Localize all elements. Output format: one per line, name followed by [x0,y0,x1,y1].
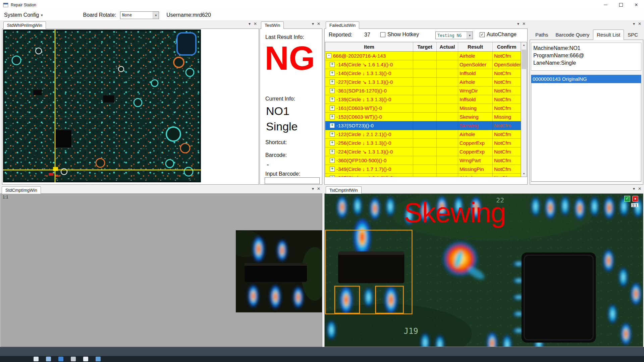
taskbar-icon[interactable] [46,357,51,361]
expand-icon[interactable]: + [330,140,335,145]
expand-icon[interactable]: + [330,114,335,119]
expand-icon[interactable]: + [330,88,335,93]
close-icon[interactable]: ✕ [317,22,320,26]
result-filter-select[interactable]: Testing NG ▾ [435,32,473,39]
taskbar-icon[interactable] [58,357,63,361]
expand-icon[interactable]: + [330,62,335,67]
expand-icon[interactable]: + [330,175,335,177]
expand-icon[interactable]: + [330,97,335,102]
scroll-down-icon[interactable]: ▼ [521,171,527,177]
taskbar-icon[interactable] [34,357,39,361]
column-header-confirm[interactable]: Confirm [493,42,521,51]
panel-header: StdWhlPnlImgWin ▾ ✕ [2,20,259,28]
inspected-component-body [338,251,405,283]
failed-row[interactable]: +-349(Circle ↓ 1.7 1.7)()-0MissingPinNot… [325,165,521,174]
failed-list-body: Reported: 37 Show Hotkey Testing NG ▾ ✓ … [324,28,528,185]
expand-icon[interactable]: + [330,123,335,128]
failed-row[interactable]: +-360(QFP100-500)()-0WrngPartNotCfm [325,156,521,165]
dropdown-arrow-icon[interactable]: ▾ [153,12,159,19]
tab-result-list[interactable]: Result List [593,29,624,40]
expand-icon[interactable]: + [330,167,335,172]
failed-row[interactable]: +-161(C0603-WT)()-0MissingNotCfm [325,104,521,113]
autochange-checkbox[interactable]: ✓ AutoChange [480,32,517,38]
window-position-icon[interactable]: ▾ [633,22,635,26]
column-header-actual[interactable]: Actual [437,42,458,51]
failed-row[interactable]: +-307(Circle ↘ 1.3 1.3)()-0AirholeNotCfm [325,174,521,177]
board-rotate-select[interactable]: None ▾ [120,11,159,19]
column-header-result[interactable]: Result [458,42,493,51]
vertical-scrollbar[interactable]: ▲ ▼ [521,42,527,177]
repair-station-window: Repair Station ✕ System Config ▾ Board R… [0,0,644,362]
window-position-icon[interactable]: ▾ [312,187,314,191]
cell-target [413,86,437,95]
test-win-body: Last Result Info: NG Current Info: NO1 S… [260,28,322,185]
system-config-menu[interactable]: System Config ▾ [0,10,46,20]
window-position-icon[interactable]: ▾ [312,22,314,26]
barcode-value: - [267,161,269,169]
failed-row[interactable]: +-227(Circle ↘ 1.3 1.3)()-0AirholeNotCfm [325,78,521,86]
panel-tst-cmpt-inf: TstCmptInfWin ▾ ✕ Skewing ✓ ● 1:1 J19 22 [324,185,643,347]
close-button[interactable]: ✕ [629,0,644,10]
failed-row[interactable]: +-152(C0603-WT)()-0SkewingMissing [325,113,521,121]
checkbox-icon[interactable] [380,32,385,37]
scroll-up-icon[interactable]: ▲ [521,42,527,48]
window-position-icon[interactable]: ▾ [517,22,519,26]
panel-tab-stdwhlpnlimgwin[interactable]: StdWhlPnlImgWin [3,21,46,29]
failed-row[interactable]: +-137(SOT23)()-0SkewingNotCfm [325,121,521,130]
cell-actual [437,52,458,60]
panel-tab-stdcmptimgwin[interactable]: StdCmptImgWin [2,186,41,194]
taskbar-icon[interactable] [71,357,76,361]
scrollbar-thumb[interactable] [522,50,526,69]
close-icon[interactable]: ✕ [317,187,320,191]
expand-icon[interactable]: + [330,132,335,137]
close-icon[interactable]: ✕ [638,187,641,191]
result-list-item[interactable]: 0000000143 OriginalNG [531,75,641,83]
tab-spc[interactable]: SPC [624,29,642,40]
taskbar-icon[interactable] [96,357,101,361]
failed-row[interactable]: +-122(Circle ↓ 2.1 2.1)()-0AirholeNotCfm [325,130,521,139]
taskbar-icon[interactable] [83,357,88,361]
result-listbox[interactable]: 0000000143 OriginalNG [531,75,641,182]
tab-barcode-query[interactable]: Barcode Query [552,29,593,40]
ng-flag-icon[interactable]: ● [632,196,638,202]
failed-row[interactable]: +-139(Circle ↓ 1.3 1.3)()-0InffsoldNotCf… [325,95,521,104]
failed-row[interactable]: +-361(SOP16-1270)()-0WrngDirNotCfm [325,86,521,95]
panel-tab-tstcmptinfwin[interactable]: TstCmptInfWin [326,186,362,194]
close-icon[interactable]: ✕ [522,22,526,26]
failed-row[interactable]: +-140(Circle ↓ 1.3 1.3)()-0InffsoldNotCf… [325,69,521,78]
column-header-item[interactable]: Item [325,42,413,51]
show-hotkey-checkbox[interactable]: Show Hotkey [380,32,419,38]
expand-icon[interactable]: + [330,71,335,76]
confirm-check-icon[interactable]: ✓ [624,196,630,202]
column-header-target[interactable]: Target [413,42,437,51]
failed-row[interactable]: +-145(Circle ↘ 1.6 1.4)()-0OpenSolderOpe… [325,60,521,69]
window-position-icon[interactable]: ▾ [249,22,251,26]
dropdown-arrow-icon[interactable]: ▾ [467,32,473,39]
panel-tab-testwin[interactable]: TestWin [261,21,284,29]
reference-thermal-image[interactable] [236,230,322,312]
cell-item: +-140(Circle ↓ 1.3 1.3)()-0 [325,69,413,77]
close-icon[interactable]: ✕ [638,22,641,26]
checkbox-icon[interactable]: ✓ [480,32,485,37]
panel-header: FailedListWin ▾ ✕ [324,20,528,28]
board-image[interactable] [3,29,201,182]
panel-std-cmpt-img: StdCmptImgWin ▾ ✕ 1:1 [0,185,322,347]
tab-paths[interactable]: Paths [532,29,552,40]
input-barcode-field[interactable] [265,177,320,184]
failed-rows: -666@-20220716-A-143AirholeNotCfm+-145(C… [325,52,521,177]
maximize-button[interactable] [613,0,629,10]
panel-tab-failedlistwin[interactable]: FailedListWin [326,21,359,29]
close-icon[interactable]: ✕ [254,22,257,26]
minimize-button[interactable] [598,0,613,10]
collapse-icon[interactable]: - [326,53,331,58]
expand-icon[interactable]: + [330,106,335,111]
expand-icon[interactable]: + [330,149,335,154]
failed-row[interactable]: -666@-20220716-A-143AirholeNotCfm [325,52,521,60]
expand-icon[interactable]: + [330,79,335,84]
failed-row[interactable]: +-256(Circle ↓ 1.3 1.3)()-0CopperExpNotC… [325,139,521,147]
cell-item: +-122(Circle ↓ 2.1 2.1)()-0 [325,130,413,138]
window-position-icon[interactable]: ▾ [633,187,635,191]
cell-result: Inffsold [458,69,493,77]
failed-row[interactable]: +-224(Circle ↘ 1.3 1.3)()-0CopperExpNotC… [325,147,521,156]
expand-icon[interactable]: + [330,158,335,163]
